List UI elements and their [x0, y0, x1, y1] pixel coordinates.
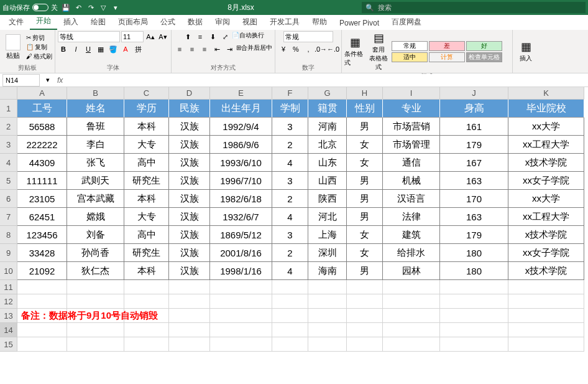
- merge-center-button[interactable]: ⊞合并后居中: [236, 44, 272, 55]
- empty-cell[interactable]: [169, 280, 210, 294]
- data-cell[interactable]: 180: [440, 244, 508, 262]
- cut-button[interactable]: ✂ 剪切: [26, 34, 52, 42]
- style-bad[interactable]: 差: [429, 41, 465, 51]
- col-header-F[interactable]: F: [272, 87, 308, 100]
- empty-cell[interactable]: [67, 280, 124, 294]
- data-cell[interactable]: 1993/6/10: [210, 154, 272, 172]
- comma-button[interactable]: ,: [303, 44, 314, 55]
- data-cell[interactable]: 机械: [383, 172, 440, 190]
- data-cell[interactable]: 海南: [308, 262, 347, 280]
- data-cell[interactable]: 180: [440, 262, 508, 280]
- empty-cell[interactable]: [440, 309, 508, 323]
- empty-cell[interactable]: [508, 294, 584, 309]
- row-header-8[interactable]: 8: [0, 226, 17, 244]
- menu-tab-10[interactable]: 帮助: [306, 14, 333, 30]
- data-cell[interactable]: 3: [272, 226, 308, 244]
- row-header-6[interactable]: 6: [0, 190, 17, 208]
- style-calc[interactable]: 计算: [429, 52, 465, 62]
- data-cell[interactable]: 上海: [308, 226, 347, 244]
- data-cell[interactable]: 汉族: [169, 136, 210, 154]
- wrap-text-button[interactable]: 📄自动换行: [232, 31, 264, 42]
- border-button[interactable]: ▦: [95, 44, 106, 55]
- data-cell[interactable]: 嫦娥: [67, 208, 124, 226]
- header-cell[interactable]: 民族: [169, 100, 210, 118]
- data-cell[interactable]: xx大学: [508, 190, 584, 208]
- menu-tab-11[interactable]: Power Pivot: [333, 16, 385, 30]
- name-box-dropdown-icon[interactable]: ▾: [42, 75, 53, 86]
- style-check[interactable]: 检查单元格: [466, 52, 502, 62]
- data-cell[interactable]: x技术学院: [508, 226, 584, 244]
- increase-font-button[interactable]: A▴: [145, 31, 156, 42]
- menu-tab-3[interactable]: 绘图: [85, 14, 112, 30]
- row-header-1[interactable]: 1: [0, 100, 17, 118]
- empty-cell[interactable]: [347, 323, 383, 337]
- empty-cell[interactable]: [383, 323, 440, 337]
- font-name-select[interactable]: [58, 31, 120, 42]
- empty-cell[interactable]: [308, 337, 347, 352]
- data-cell[interactable]: 园林: [383, 262, 440, 280]
- style-normal[interactable]: 常规: [392, 41, 428, 51]
- data-cell[interactable]: 1932/6/7: [210, 208, 272, 226]
- data-cell[interactable]: 汉族: [169, 118, 210, 136]
- empty-cell[interactable]: [347, 280, 383, 294]
- data-cell[interactable]: 汉族: [169, 226, 210, 244]
- copy-button[interactable]: 📋 复制: [26, 43, 52, 52]
- header-cell[interactable]: 出生年月: [210, 100, 272, 118]
- empty-cell[interactable]: [272, 294, 308, 309]
- empty-cell[interactable]: [508, 309, 584, 323]
- data-cell[interactable]: 男: [347, 262, 383, 280]
- indent-dec-button[interactable]: ⇤: [211, 44, 223, 55]
- data-cell[interactable]: 1869/5/12: [210, 226, 272, 244]
- empty-cell[interactable]: [347, 294, 383, 309]
- data-cell[interactable]: 给排水: [383, 244, 440, 262]
- empty-cell[interactable]: [124, 337, 169, 352]
- data-cell[interactable]: x技术学院: [508, 262, 584, 280]
- indent-inc-button[interactable]: ⇥: [224, 44, 235, 55]
- data-cell[interactable]: 179: [440, 136, 508, 154]
- orientation-button[interactable]: ⤢: [219, 31, 231, 42]
- data-cell[interactable]: 女: [347, 136, 383, 154]
- data-cell[interactable]: 武则天: [67, 172, 124, 190]
- row-header-7[interactable]: 7: [0, 208, 17, 226]
- data-cell[interactable]: 163: [440, 208, 508, 226]
- header-cell[interactable]: 身高: [440, 100, 508, 118]
- empty-cell[interactable]: [67, 337, 124, 352]
- empty-cell[interactable]: [169, 294, 210, 309]
- empty-cell[interactable]: [124, 280, 169, 294]
- data-cell[interactable]: xx工程大学: [508, 136, 584, 154]
- empty-cell[interactable]: [308, 323, 347, 337]
- empty-cell[interactable]: [308, 309, 347, 323]
- menu-tab-9[interactable]: 开发工具: [264, 14, 306, 30]
- data-cell[interactable]: 宫本武藏: [67, 190, 124, 208]
- row-header-3[interactable]: 3: [0, 136, 17, 154]
- currency-button[interactable]: ¥: [278, 44, 289, 55]
- percent-button[interactable]: %: [290, 44, 301, 55]
- data-cell[interactable]: 高中: [124, 154, 169, 172]
- data-cell[interactable]: 62451: [17, 208, 67, 226]
- align-center-button[interactable]: ≡: [186, 44, 198, 55]
- header-cell[interactable]: 工号: [17, 100, 67, 118]
- empty-cell[interactable]: [169, 323, 210, 337]
- formula-input[interactable]: [67, 74, 588, 87]
- data-cell[interactable]: 179: [440, 226, 508, 244]
- data-cell[interactable]: 汉族: [169, 262, 210, 280]
- data-cell[interactable]: 市场管理: [383, 136, 440, 154]
- menu-tab-0[interactable]: 文件: [2, 14, 30, 30]
- data-cell[interactable]: 3: [272, 172, 308, 190]
- qat-dropdown-icon[interactable]: ▾: [111, 3, 120, 12]
- header-cell[interactable]: 毕业院校: [508, 100, 584, 118]
- data-cell[interactable]: 大专: [124, 136, 169, 154]
- cond-format-button[interactable]: ▦ 条件格式: [344, 35, 365, 67]
- data-cell[interactable]: 陕西: [308, 190, 347, 208]
- data-cell[interactable]: 4: [272, 262, 308, 280]
- data-cell[interactable]: 3: [272, 118, 308, 136]
- menu-tab-5[interactable]: 公式: [154, 14, 181, 30]
- data-cell[interactable]: 市场营销: [383, 118, 440, 136]
- data-cell[interactable]: 170: [440, 190, 508, 208]
- paste-button[interactable]: 粘贴: [2, 34, 24, 60]
- decrease-font-button[interactable]: A▾: [157, 31, 168, 42]
- empty-cell[interactable]: [347, 337, 383, 352]
- data-cell[interactable]: xx女子学院: [508, 244, 584, 262]
- data-cell[interactable]: 4: [272, 208, 308, 226]
- data-cell[interactable]: 女: [347, 244, 383, 262]
